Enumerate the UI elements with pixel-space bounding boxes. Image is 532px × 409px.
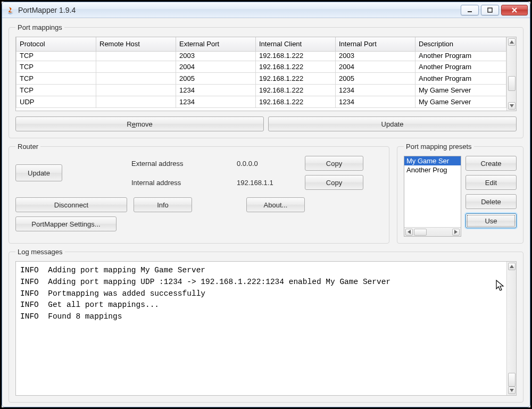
table-cell[interactable]: 1234 <box>176 84 256 96</box>
table-row[interactable]: TCP2005192.168.1.2222005Another Program <box>16 72 506 84</box>
table-cell[interactable]: TCP <box>16 61 96 72</box>
presets-list[interactable]: My Game Ser Another Prog <box>404 156 461 227</box>
preset-item[interactable]: My Game Ser <box>404 156 461 165</box>
presets-group: Port mapping presets My Game Ser Another… <box>397 143 523 244</box>
table-cell[interactable]: Another Program <box>415 72 506 84</box>
external-address-label: External address <box>131 160 232 168</box>
table-cell[interactable]: 192.168.1.222 <box>256 84 336 96</box>
col-description[interactable]: Description <box>415 37 506 51</box>
table-cell[interactable]: 1234 <box>176 96 256 107</box>
log-scrollbar[interactable] <box>506 262 516 395</box>
table-cell[interactable]: TCP <box>16 72 96 84</box>
log-legend: Log messages <box>15 248 65 256</box>
table-row[interactable]: TCP2004192.168.1.2222004Another Program <box>16 61 506 72</box>
table-cell[interactable]: UDP <box>16 96 96 107</box>
col-remote-host[interactable]: Remote Host <box>96 37 176 51</box>
router-group: Router External address 0.0.0.0 Copy Upd… <box>9 143 389 244</box>
table-cell[interactable] <box>96 96 176 107</box>
router-buttons-row2: PortMapper Settings... <box>15 216 383 231</box>
router-legend: Router <box>15 143 40 151</box>
mappings-buttons: Remove Update <box>15 116 517 131</box>
col-internal-client[interactable]: Internal Client <box>256 37 336 51</box>
table-cell[interactable]: TCP <box>16 84 96 96</box>
about-button[interactable]: About... <box>246 197 305 212</box>
mappings-legend: Port mappings <box>15 23 64 31</box>
client-area: Port mappings Protocol Remote Host Exter… <box>2 18 530 407</box>
preset-item[interactable]: Another Prog <box>404 165 461 174</box>
scroll-down-icon[interactable] <box>508 102 516 110</box>
table-cell[interactable] <box>96 84 176 96</box>
mappings-table-scroll[interactable]: Protocol Remote Host External Port Inter… <box>16 37 506 111</box>
update-mappings-button[interactable]: Update <box>268 116 517 131</box>
scroll-right-icon[interactable] <box>452 229 460 236</box>
maximize-button[interactable] <box>481 5 499 15</box>
log-textarea[interactable]: INFO Adding port mapping My Game Server … <box>16 262 506 395</box>
remove-button[interactable]: Remove <box>15 116 264 131</box>
svg-rect-1 <box>488 8 492 12</box>
table-scrollbar[interactable] <box>506 37 516 111</box>
disconnect-button[interactable]: Disconnect <box>15 197 127 212</box>
scroll-thumb[interactable] <box>508 76 516 91</box>
router-grid: External address 0.0.0.0 Copy Update Int… <box>15 156 383 190</box>
mappings-group: Port mappings Protocol Remote Host Exter… <box>9 23 523 138</box>
mappings-table-wrap: Protocol Remote Host External Port Inter… <box>15 37 517 111</box>
window-title: PortMapper 1.9.4 <box>18 6 455 14</box>
table-cell[interactable]: 192.168.1.222 <box>256 72 336 84</box>
table-row[interactable]: TCP1234192.168.1.2221234My Game Server <box>16 84 506 96</box>
table-cell[interactable]: 192.168.1.222 <box>256 96 336 107</box>
use-preset-button[interactable]: Use <box>466 213 517 228</box>
presets-hscroll[interactable] <box>404 227 461 236</box>
table-cell[interactable] <box>96 61 176 72</box>
delete-preset-button[interactable]: Delete <box>466 194 517 209</box>
copy-external-button[interactable]: Copy <box>305 156 363 171</box>
table-cell[interactable]: My Game Server <box>415 84 506 96</box>
close-button[interactable] <box>501 5 528 15</box>
table-cell[interactable]: 1234 <box>336 96 415 107</box>
scroll-up-icon[interactable] <box>508 38 516 46</box>
window-buttons <box>459 5 528 15</box>
table-cell[interactable]: 2004 <box>336 61 415 72</box>
minimize-button[interactable] <box>461 5 479 15</box>
internal-address-value: 192.168.1.1 <box>237 179 301 187</box>
router-buttons-row1: Disconnect Info About... <box>15 197 383 212</box>
table-cell[interactable]: 192.168.1.222 <box>256 61 336 72</box>
mappings-table: Protocol Remote Host External Port Inter… <box>16 37 506 108</box>
update-router-button[interactable]: Update <box>15 164 62 181</box>
titlebar[interactable]: PortMapper 1.9.4 <box>2 2 530 18</box>
hscroll-thumb[interactable] <box>414 229 427 236</box>
svg-rect-0 <box>468 11 472 12</box>
scroll-thumb[interactable] <box>508 373 516 387</box>
copy-internal-button[interactable]: Copy <box>305 175 363 190</box>
table-row[interactable]: TCP2003192.168.1.2222003Another Program <box>16 51 506 61</box>
external-address-value: 0.0.0.0 <box>237 160 301 168</box>
log-group: Log messages INFO Adding port mapping My… <box>9 248 523 403</box>
table-cell[interactable]: 2004 <box>176 61 256 72</box>
scroll-up-icon[interactable] <box>508 263 516 270</box>
table-header-row: Protocol Remote Host External Port Inter… <box>16 37 506 51</box>
table-cell[interactable]: 1234 <box>336 84 415 96</box>
presets-legend: Port mapping presets <box>404 143 474 151</box>
java-icon <box>6 6 15 14</box>
scroll-left-icon[interactable] <box>405 229 413 236</box>
table-cell[interactable]: 2005 <box>176 72 256 84</box>
internal-address-label: Internal address <box>131 179 232 187</box>
edit-preset-button[interactable]: Edit <box>466 175 517 190</box>
presets-list-wrap: My Game Ser Another Prog <box>404 156 461 237</box>
middle-row: Router External address 0.0.0.0 Copy Upd… <box>9 143 523 244</box>
preset-buttons: Create Edit Delete Use <box>466 156 517 237</box>
scroll-down-icon[interactable] <box>508 387 516 394</box>
presets-body: My Game Ser Another Prog Create Edit <box>404 156 517 237</box>
info-button[interactable]: Info <box>134 197 192 212</box>
settings-button[interactable]: PortMapper Settings... <box>15 216 117 231</box>
col-protocol[interactable]: Protocol <box>16 37 96 51</box>
app-window: PortMapper 1.9.4 Port mappings <box>2 2 530 407</box>
col-internal-port[interactable]: Internal Port <box>336 37 415 51</box>
table-cell[interactable] <box>96 72 176 84</box>
table-cell[interactable]: My Game Server <box>415 96 506 107</box>
create-preset-button[interactable]: Create <box>466 156 517 171</box>
col-external-port[interactable]: External Port <box>176 37 256 51</box>
log-wrap: INFO Adding port mapping My Game Server … <box>15 261 517 396</box>
table-row[interactable]: UDP1234192.168.1.2221234My Game Server <box>16 96 506 107</box>
table-cell[interactable]: 2005 <box>336 72 415 84</box>
table-cell[interactable]: Another Program <box>415 61 506 72</box>
